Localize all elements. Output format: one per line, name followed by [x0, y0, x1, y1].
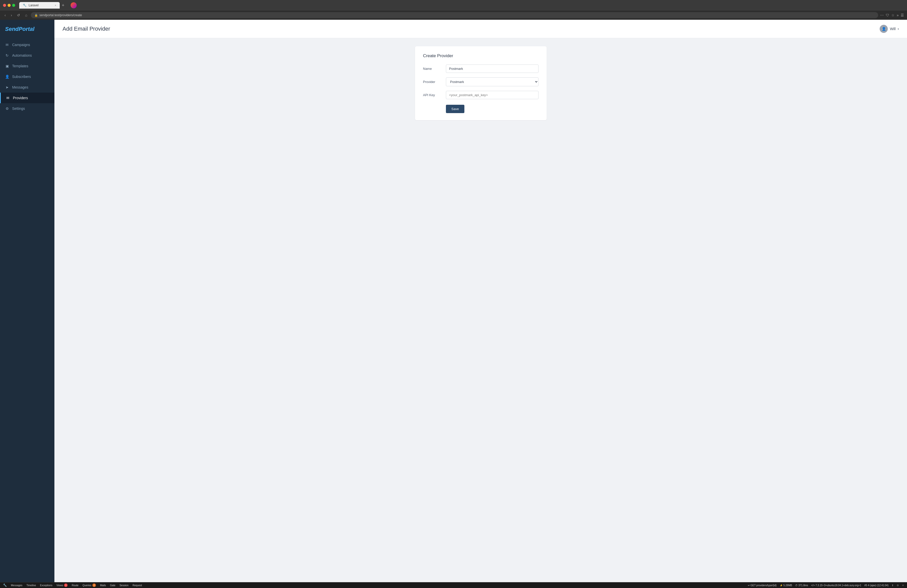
debug-views[interactable]: Views 1 — [56, 583, 68, 587]
main-content: Add Email Provider 👤 Will ▾ Create Provi… — [54, 20, 907, 582]
debug-bar: 🔧 Messages Timeline Exceptions Views 1 R… — [0, 582, 907, 588]
sidebar-item-label: Campaigns — [12, 43, 30, 47]
sidebar-item-label: Messages — [12, 85, 28, 89]
debug-settings-icon[interactable]: ⚙ — [897, 584, 899, 587]
sidebar-item-settings[interactable]: ⚙ Settings — [0, 103, 54, 114]
address-input-container[interactable]: 🔒 sendportal.test/providers/create — [31, 12, 878, 18]
main-body: Create Provider Name Provider Postmark M… — [54, 38, 907, 128]
logo: SendPortal — [0, 20, 54, 40]
name-input[interactable] — [446, 64, 538, 73]
toolbar-icons — [71, 2, 77, 8]
debug-route[interactable]: Route — [72, 584, 79, 587]
debug-mails[interactable]: Mails — [100, 584, 106, 587]
templates-icon: ▣ — [5, 64, 9, 68]
tab-title: Laravel — [29, 3, 38, 7]
debug-close-icon[interactable]: ✕ — [902, 584, 904, 587]
sidebar-item-label: Settings — [12, 107, 25, 111]
url-display: sendportal.test/providers/create — [40, 13, 82, 17]
name-field-group: Name — [423, 64, 538, 73]
security-icon: 🔒 — [34, 14, 38, 17]
nav-items: ✉ Campaigns ↻ Automations ▣ Templates 👤 … — [0, 40, 54, 114]
address-bar: ‹ › ↺ ⌂ 🔒 sendportal.test/providers/crea… — [0, 11, 907, 20]
save-button-row: Save — [423, 104, 538, 113]
username: Will — [890, 27, 896, 31]
traffic-lights — [3, 4, 15, 7]
settings-icon: ⚙ — [5, 107, 9, 111]
sidebar-item-subscribers[interactable]: 👤 Subscribers — [0, 71, 54, 82]
provider-select[interactable]: Postmark Mailgun SES Sendgrid — [446, 77, 538, 86]
subscribers-icon: 👤 — [5, 75, 9, 79]
debug-memory: ⚡ 5.28MB — [780, 584, 792, 587]
debug-queries[interactable]: Queries 2 — [82, 583, 96, 587]
debug-time: ⏱ 371.8ms — [795, 584, 808, 587]
sidebar-item-campaigns[interactable]: ✉ Campaigns — [0, 40, 54, 50]
chevron-down-icon: ▾ — [897, 27, 899, 30]
debug-timeline[interactable]: Timeline — [27, 584, 36, 587]
provider-field-group: Provider Postmark Mailgun SES Sendgrid — [423, 77, 538, 86]
debug-right: ↩ GET providers/type/{id} ⚡ 5.28MB ⏱ 371… — [748, 584, 904, 587]
campaigns-icon: ✉ — [5, 43, 9, 47]
shield-icon[interactable]: 🛡 — [886, 13, 889, 17]
debug-exceptions[interactable]: Exceptions — [40, 584, 52, 587]
tab-favicon: 🔧 — [23, 3, 27, 7]
main-header: Add Email Provider 👤 Will ▾ — [54, 20, 907, 38]
messages-icon: ➤ — [5, 85, 9, 89]
page-title: Add Email Provider — [62, 26, 110, 32]
new-tab-button[interactable]: + — [60, 3, 67, 8]
avatar: 👤 — [880, 25, 888, 33]
hamburger-icon[interactable]: ☰ — [901, 13, 904, 17]
close-button[interactable] — [3, 4, 6, 7]
apikey-input[interactable] — [446, 91, 538, 99]
sidebar-item-label: Providers — [13, 96, 28, 100]
browser-chrome: 🔧 Laravel × + ‹ › ↺ ⌂ 🔒 sendportal.test/… — [0, 0, 907, 20]
forward-button[interactable]: › — [10, 12, 14, 18]
sidebar: SendPortal ✉ Campaigns ↻ Automations ▣ T… — [0, 20, 54, 582]
provider-label: Provider — [423, 80, 446, 84]
debug-php: </> 7.3.15~3+ubuntu18.04.1+deb.sury.org+… — [811, 584, 861, 587]
maximize-button[interactable] — [12, 4, 15, 7]
debug-logo: 🔧 — [3, 583, 7, 587]
create-provider-card: Create Provider Name Provider Postmark M… — [415, 46, 546, 120]
queries-badge: 2 — [92, 583, 96, 587]
apikey-field-group: API Key — [423, 91, 538, 99]
debug-session[interactable]: Session — [119, 584, 128, 587]
debug-expand-icon[interactable]: ⬆ — [891, 584, 894, 587]
name-label: Name — [423, 67, 446, 70]
views-badge: 1 — [64, 583, 67, 587]
more-tools-icon[interactable]: ⋯ — [880, 13, 884, 17]
apikey-label: API Key — [423, 93, 446, 97]
back-button[interactable]: ‹ — [3, 12, 7, 18]
sidebar-item-messages[interactable]: ➤ Messages — [0, 82, 54, 93]
app-container: SendPortal ✉ Campaigns ↻ Automations ▣ T… — [0, 20, 907, 582]
debug-request[interactable]: Request — [133, 584, 142, 587]
debug-gate[interactable]: Gate — [110, 584, 115, 587]
sidebar-item-label: Automations — [12, 53, 32, 58]
tab-close-button[interactable]: × — [54, 4, 56, 7]
debug-messages[interactable]: Messages — [11, 584, 22, 587]
automations-icon: ↻ — [5, 53, 9, 58]
debug-method-route: ↩ GET providers/type/{id} — [748, 584, 777, 587]
sidebar-item-providers[interactable]: ✉ Providers — [0, 93, 54, 103]
user-menu[interactable]: 👤 Will ▾ — [880, 25, 899, 33]
sidebar-item-label: Templates — [12, 64, 28, 68]
debug-count: #5 4 (ajax) (12:41:04) — [864, 584, 889, 587]
sidebar-item-templates[interactable]: ▣ Templates — [0, 61, 54, 71]
home-button[interactable]: ⌂ — [24, 12, 29, 18]
card-title: Create Provider — [423, 53, 538, 58]
save-button[interactable]: Save — [446, 105, 465, 113]
firefox-icon — [71, 2, 77, 8]
bookmark-icon[interactable]: ☆ — [891, 13, 894, 17]
browser-toolbar-icons: ⋯ 🛡 ☆ » ☰ — [880, 13, 904, 17]
providers-icon: ✉ — [6, 96, 10, 100]
tab-bar: 🔧 Laravel × + — [17, 2, 69, 9]
reload-button[interactable]: ↺ — [16, 12, 21, 18]
browser-tab[interactable]: 🔧 Laravel × — [19, 2, 60, 9]
logo-text: SendPortal — [5, 26, 34, 32]
title-bar: 🔧 Laravel × + — [0, 0, 907, 11]
extensions-icon[interactable]: » — [897, 13, 899, 17]
sidebar-item-label: Subscribers — [12, 75, 31, 79]
sidebar-item-automations[interactable]: ↻ Automations — [0, 50, 54, 61]
minimize-button[interactable] — [8, 4, 11, 7]
